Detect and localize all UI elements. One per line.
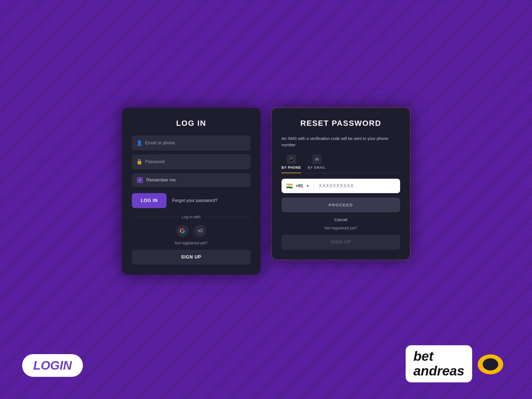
tab-by-phone[interactable]: 📱 BY PHONE: [282, 155, 301, 173]
telegram-icon[interactable]: [194, 225, 206, 237]
login-card: LOG IN 👤 🔒 ✓ Remember me LOG IN Forgot y…: [122, 108, 260, 275]
divider-row: Log in with: [132, 215, 250, 219]
reset-subtitle: An SMS with a verification code will be …: [282, 135, 400, 148]
cards-wrapper: LOG IN 👤 🔒 ✓ Remember me LOG IN Forgot y…: [122, 108, 410, 275]
login-actions: LOG IN Forgot your password?: [132, 193, 250, 208]
country-flag: 🇮🇳: [286, 183, 293, 189]
social-icons: [132, 225, 250, 237]
reset-card: RESET PASSWORD An SMS with a verificatio…: [272, 108, 410, 260]
google-icon[interactable]: [176, 225, 188, 237]
remember-row: ✓ Remember me: [132, 173, 250, 187]
password-input[interactable]: [132, 154, 250, 169]
password-input-group: 🔒: [132, 154, 250, 169]
email-tab-label: BY EMAIL: [308, 166, 326, 170]
divider-line-left: [132, 217, 178, 217]
reset-tabs: 📱 BY PHONE ✉ BY EMAIL: [282, 155, 400, 173]
login-button[interactable]: LOG IN: [132, 193, 167, 208]
email-input[interactable]: [132, 135, 250, 150]
cancel-link[interactable]: Cancel: [282, 217, 400, 222]
divider-text: Log in with: [182, 215, 201, 219]
signup-reset-button[interactable]: SIGN UP: [282, 235, 400, 250]
tab-by-email[interactable]: ✉ BY EMAIL: [308, 155, 326, 173]
reset-title: RESET PASSWORD: [282, 119, 400, 128]
remember-label: Remember me: [146, 178, 176, 183]
not-registered-text: Not registered yet?: [132, 241, 250, 245]
signup-button[interactable]: SIGN UP: [132, 250, 250, 265]
divider-line-right: [204, 217, 250, 217]
phone-tab-icon: 📱: [287, 155, 296, 164]
lock-icon: 🔒: [136, 159, 142, 165]
forgot-password-link[interactable]: Forgot your password?: [172, 198, 250, 203]
user-icon: 👤: [136, 140, 142, 146]
email-input-group: 👤: [132, 135, 250, 150]
country-code: +91: [296, 183, 303, 188]
remember-checkbox[interactable]: ✓: [137, 177, 143, 183]
phone-input[interactable]: [319, 183, 396, 188]
phone-separator: [314, 183, 314, 189]
login-title: LOG IN: [132, 119, 250, 128]
page-content: LOG IN 👤 🔒 ✓ Remember me LOG IN Forgot y…: [0, 0, 532, 399]
proceed-button[interactable]: PROCEED: [282, 198, 400, 212]
email-tab-icon: ✉: [312, 155, 321, 164]
not-registered-reset-text: Not registered yet?: [282, 226, 400, 230]
phone-input-row: 🇮🇳 +91 ▼: [282, 179, 400, 193]
country-dropdown-icon[interactable]: ▼: [306, 184, 309, 188]
phone-tab-label: BY PHONE: [282, 166, 301, 170]
